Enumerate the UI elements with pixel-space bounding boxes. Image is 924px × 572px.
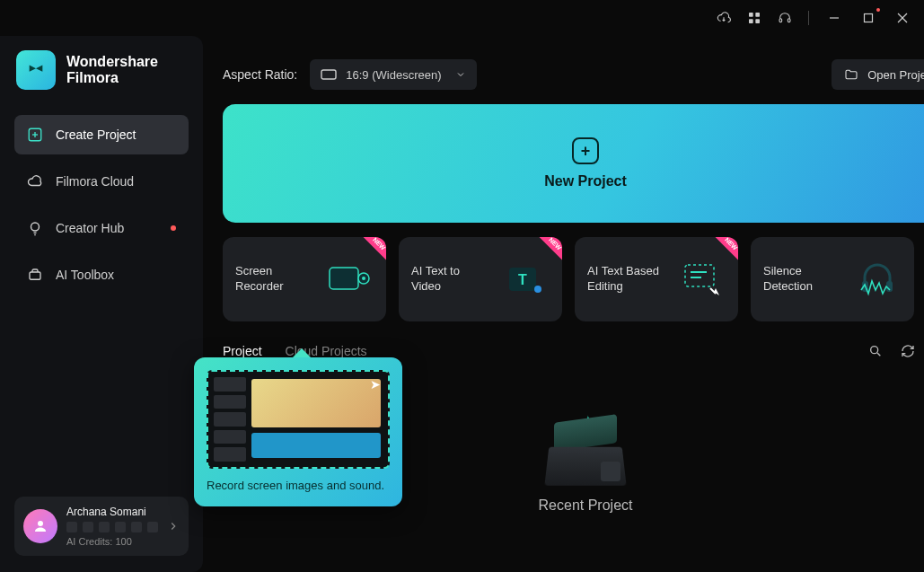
new-badge (354, 237, 386, 269)
svg-rect-2 (749, 19, 753, 23)
empty-label: Recent Project (539, 497, 633, 514)
svg-rect-18 (321, 70, 336, 79)
user-badges (66, 522, 158, 532)
titlebar-divider (808, 11, 809, 25)
svg-point-17 (38, 521, 43, 526)
new-project-button[interactable]: + New Project (223, 104, 924, 223)
svg-marker-28 (714, 288, 719, 295)
nav-label: Creator Hub (56, 221, 124, 235)
main-content: Aspect Ratio: 16:9 (Widescreen) (203, 36, 924, 572)
new-project-label: New Project (544, 173, 627, 189)
svg-rect-16 (30, 272, 40, 279)
titlebar (0, 0, 924, 36)
svg-text:T: T (518, 272, 527, 287)
nav-creator-hub[interactable]: Creator Hub (14, 208, 189, 248)
svg-rect-5 (788, 19, 790, 22)
widescreen-icon (321, 69, 337, 80)
open-project-label: Open Project (867, 68, 924, 82)
cursor-icon: ➤ (370, 377, 381, 392)
refresh-icon[interactable] (900, 343, 916, 359)
sidebar: Wondershare Filmora Create Project Filmo… (0, 36, 203, 572)
close-button[interactable] (893, 9, 911, 27)
nav-label: Filmora Cloud (56, 174, 134, 189)
logo-text: Wondershare Filmora (66, 54, 158, 87)
svg-point-24 (534, 286, 541, 293)
nav-ai-toolbox[interactable]: AI Toolbox (14, 255, 189, 295)
tooltip-preview-image: ➤ (207, 370, 390, 469)
user-card[interactable]: Archana Somani AI Credits: 100 (14, 497, 189, 556)
tool-ai-text-to-video[interactable]: AI Text to Video T (399, 237, 562, 321)
svg-line-35 (877, 353, 880, 356)
logo-mark-icon (16, 50, 56, 90)
grid-apps-icon[interactable] (747, 11, 761, 25)
badge-slot (83, 522, 93, 532)
aspect-ratio-select[interactable]: 16:9 (Widescreen) (310, 59, 477, 90)
user-name: Archana Somani (66, 506, 158, 518)
aspect-ratio-value: 16:9 (Widescreen) (346, 68, 441, 82)
nav-label: AI Toolbox (56, 268, 114, 282)
chevron-right-icon (167, 520, 180, 532)
support-headset-icon[interactable] (778, 11, 792, 25)
brand-line2: Filmora (66, 70, 158, 86)
search-icon[interactable] (867, 343, 884, 359)
minimize-button[interactable] (825, 9, 843, 27)
screen-recorder-tooltip: ➤ Record screen images and sound. (194, 357, 402, 506)
brand-line1: Wondershare (66, 54, 158, 70)
nav-filmora-cloud[interactable]: Filmora Cloud (14, 162, 189, 201)
nav-label: Create Project (56, 128, 136, 142)
tool-silence-detection[interactable]: Silence Detection (751, 237, 914, 321)
card-label: AI Text Based Editing (587, 264, 668, 295)
tool-screen-recorder[interactable]: Screen Recorder (223, 237, 386, 321)
lightbulb-icon (27, 220, 43, 236)
tool-ai-text-editing[interactable]: AI Text Based Editing (575, 237, 738, 321)
svg-point-21 (362, 277, 365, 280)
headphones-wave-icon (853, 255, 902, 304)
toolbox-ai-icon (27, 267, 43, 283)
tab-project[interactable]: Project (223, 344, 262, 358)
nav-list: Create Project Filmora Cloud Creator Hub (14, 115, 189, 295)
card-label: Screen Recorder (235, 264, 316, 295)
badge-slot (115, 522, 126, 532)
create-project-icon (27, 127, 43, 143)
new-badge (530, 237, 562, 269)
recent-actions (867, 343, 924, 359)
chevron-down-icon (455, 69, 466, 80)
tooltip-text: Record screen images and sound. (207, 478, 390, 494)
badge-slot (131, 522, 142, 532)
tool-card-row: Screen Recorder AI Text to Video T AI Te… (223, 237, 924, 321)
empty-box-icon: ✦ (547, 418, 624, 485)
badge-slot (66, 522, 77, 532)
folder-icon (844, 67, 858, 82)
badge-slot (147, 522, 158, 532)
svg-point-13 (31, 223, 40, 231)
avatar (23, 509, 57, 543)
svg-rect-1 (755, 13, 760, 17)
svg-point-34 (871, 347, 878, 354)
app-window: Wondershare Filmora Create Project Filmo… (0, 0, 924, 572)
card-label: AI Text to Video (411, 264, 492, 295)
svg-rect-7 (865, 14, 873, 22)
svg-rect-0 (749, 13, 753, 17)
aspect-ratio-label: Aspect Ratio: (223, 67, 297, 82)
notification-dot (171, 225, 176, 231)
logo: Wondershare Filmora (14, 45, 189, 115)
svg-rect-4 (779, 19, 782, 22)
card-label: Silence Detection (763, 264, 844, 295)
update-indicator-dot (876, 8, 880, 12)
cloud-download-icon[interactable] (717, 11, 731, 25)
maximize-button[interactable] (859, 9, 877, 27)
topbar: Aspect Ratio: 16:9 (Widescreen) (223, 59, 924, 90)
new-badge (706, 237, 738, 269)
user-info: Archana Somani AI Credits: 100 (66, 506, 158, 547)
plus-icon: + (572, 137, 599, 164)
badge-slot (99, 522, 110, 532)
svg-rect-3 (755, 19, 760, 23)
body: Wondershare Filmora Create Project Filmo… (0, 36, 924, 572)
nav-create-project[interactable]: Create Project (14, 115, 189, 154)
open-project-button[interactable]: Open Project (832, 59, 924, 90)
user-credits: AI Credits: 100 (66, 536, 158, 547)
svg-rect-19 (330, 268, 358, 289)
cloud-icon (27, 173, 43, 189)
